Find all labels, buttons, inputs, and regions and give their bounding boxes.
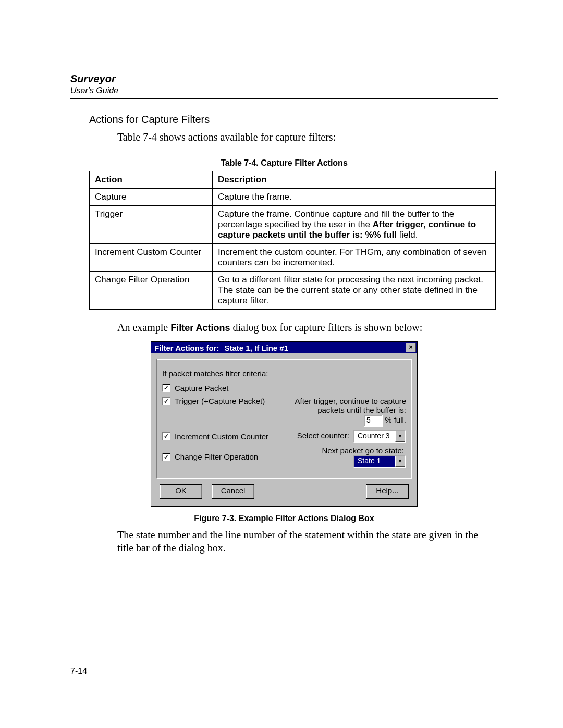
- help-button[interactable]: Help...: [366, 484, 409, 499]
- table-caption: Table 7-4. Capture Filter Actions: [70, 158, 498, 168]
- example-intro: An example Filter Actions dialog box for…: [117, 321, 493, 334]
- cell-action: Change Filter Operation: [90, 272, 213, 310]
- titlebar-label: Filter Actions for:: [154, 343, 219, 352]
- titlebar-value: State 1, If Line #1: [224, 343, 288, 352]
- capture-filter-actions-table: Action Description Capture Capture the f…: [89, 171, 496, 310]
- cell-description: Increment the custom counter. For THGm, …: [213, 244, 496, 272]
- criteria-groupbox: If packet matches filter criteria: ✓ Cap…: [156, 359, 412, 479]
- table-header-row: Action Description: [90, 171, 496, 189]
- figure-caption: Figure 7-3. Example Filter Actions Dialo…: [70, 514, 498, 523]
- next-state-combo[interactable]: State 1 ▼: [353, 455, 406, 468]
- closing-paragraph: The state number and the line number of …: [117, 528, 493, 554]
- header-rule: [70, 98, 498, 99]
- next-state-label: Next packet go to state:: [322, 446, 404, 455]
- next-state-value: State 1: [354, 456, 395, 467]
- col-description-header: Description: [213, 171, 496, 189]
- cell-action: Capture: [90, 189, 213, 206]
- buffer-percent-suffix: % full.: [385, 415, 406, 424]
- cell-description: Go to a different filter state for proce…: [213, 272, 496, 310]
- group-label: If packet matches filter criteria:: [162, 369, 268, 378]
- table-row: Change Filter Operation Go to a differen…: [90, 272, 496, 310]
- table-row: Trigger Capture the frame. Continue capt…: [90, 206, 496, 244]
- increment-counter-checkbox[interactable]: ✓: [162, 432, 170, 440]
- select-counter-value: Counter 3: [354, 431, 395, 442]
- dialog-button-row: OK Cancel Help...: [156, 479, 412, 501]
- chevron-down-icon[interactable]: ▼: [395, 431, 405, 442]
- page: Surveyor User's Guide Actions for Captur…: [0, 0, 563, 728]
- col-action-header: Action: [90, 171, 213, 189]
- header-subtitle: User's Guide: [70, 86, 498, 95]
- chevron-down-icon[interactable]: ▼: [395, 456, 405, 467]
- trigger-checkbox[interactable]: ✓: [162, 397, 170, 405]
- section-heading: Actions for Capture Filters: [89, 114, 498, 126]
- trigger-label: Trigger (+Capture Packet): [175, 397, 265, 405]
- dialog-body: If packet matches filter criteria: ✓ Cap…: [151, 353, 417, 506]
- change-filter-checkbox[interactable]: ✓: [162, 453, 170, 461]
- ok-button[interactable]: OK: [160, 484, 202, 499]
- increment-counter-label: Increment Custom Counter: [175, 432, 268, 441]
- page-number: 7-14: [70, 667, 87, 676]
- cancel-button[interactable]: Cancel: [212, 484, 254, 499]
- capture-packet-checkbox[interactable]: ✓: [162, 384, 170, 392]
- filter-actions-dialog: Filter Actions for: State 1, If Line #1 …: [151, 341, 418, 507]
- cell-action: Trigger: [90, 206, 213, 244]
- table-row: Capture Capture the frame.: [90, 189, 496, 206]
- cell-description: Capture the frame.: [213, 189, 496, 206]
- buffer-percent-input[interactable]: 5: [364, 415, 383, 427]
- close-button[interactable]: ×: [406, 343, 416, 352]
- change-filter-label: Change Filter Operation: [175, 452, 258, 461]
- dialog-titlebar: Filter Actions for: State 1, If Line #1 …: [151, 342, 417, 353]
- trigger-description: After trigger, continue to capture packe…: [295, 397, 406, 415]
- header-product: Surveyor: [70, 73, 498, 85]
- select-counter-label: Select counter:: [297, 431, 349, 440]
- select-counter-combo[interactable]: Counter 3 ▼: [353, 430, 406, 443]
- intro-paragraph: Table 7-4 shows actions available for ca…: [117, 131, 493, 144]
- cell-action: Increment Custom Counter: [90, 244, 213, 272]
- table-row: Increment Custom Counter Increment the c…: [90, 244, 496, 272]
- capture-packet-label: Capture Packet: [175, 384, 228, 392]
- cell-description: Capture the frame. Continue capture and …: [213, 206, 496, 244]
